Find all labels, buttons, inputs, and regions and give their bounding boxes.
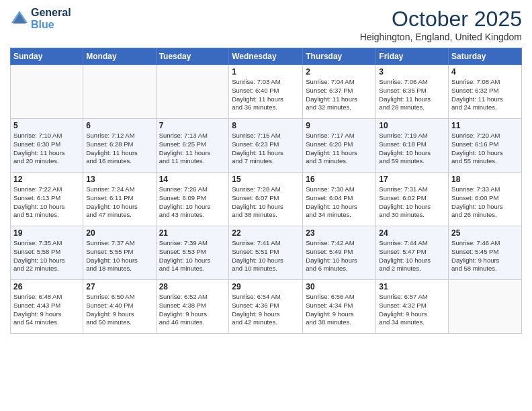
day-info: Sunrise: 7:24 AM Sunset: 6:11 PM Dayligh… [86, 185, 152, 220]
day-number: 29 [232, 282, 300, 291]
day-number: 7 [159, 121, 226, 130]
day-number: 22 [232, 228, 300, 238]
calendar-cell: 5Sunrise: 7:10 AM Sunset: 6:30 PM Daylig… [11, 119, 83, 173]
day-number: 1 [232, 67, 300, 77]
calendar-table: SundayMondayTuesdayWednesdayThursdayFrid… [10, 48, 522, 334]
logo-icon [10, 9, 29, 28]
day-info: Sunrise: 7:06 AM Sunset: 6:35 PM Dayligh… [379, 78, 445, 112]
calendar-cell: 31Sunrise: 6:57 AM Sunset: 4:32 PM Dayli… [376, 280, 449, 334]
calendar-cell: 11Sunrise: 7:20 AM Sunset: 6:16 PM Dayli… [449, 119, 522, 173]
calendar-cell [449, 280, 522, 334]
calendar-cell: 22Sunrise: 7:41 AM Sunset: 5:51 PM Dayli… [229, 226, 303, 280]
day-number: 19 [13, 228, 80, 238]
day-number: 17 [379, 175, 445, 184]
calendar-cell [156, 65, 229, 119]
day-info: Sunrise: 7:04 AM Sunset: 6:37 PM Dayligh… [306, 78, 373, 112]
calendar-cell: 29Sunrise: 6:54 AM Sunset: 4:36 PM Dayli… [229, 280, 303, 334]
day-info: Sunrise: 7:08 AM Sunset: 6:32 PM Dayligh… [451, 78, 519, 112]
day-number: 26 [13, 282, 80, 291]
day-info: Sunrise: 7:28 AM Sunset: 6:07 PM Dayligh… [232, 185, 300, 220]
day-number: 13 [86, 175, 152, 184]
day-info: Sunrise: 7:46 AM Sunset: 5:45 PM Dayligh… [451, 239, 519, 273]
col-header-wednesday: Wednesday [229, 48, 303, 65]
logo-line1: General [31, 7, 71, 19]
day-number: 21 [159, 228, 226, 238]
day-info: Sunrise: 7:30 AM Sunset: 6:04 PM Dayligh… [306, 185, 373, 220]
calendar-cell: 15Sunrise: 7:28 AM Sunset: 6:07 PM Dayli… [229, 173, 303, 226]
day-number: 25 [451, 228, 519, 238]
day-info: Sunrise: 7:26 AM Sunset: 6:09 PM Dayligh… [159, 185, 226, 220]
day-info: Sunrise: 7:13 AM Sunset: 6:25 PM Dayligh… [159, 132, 226, 166]
day-number: 31 [379, 282, 445, 291]
location: Heighington, England, United Kingdom [360, 32, 522, 42]
month-title: October 2025 [360, 7, 522, 32]
day-info: Sunrise: 7:03 AM Sunset: 6:40 PM Dayligh… [232, 78, 300, 112]
calendar-cell: 14Sunrise: 7:26 AM Sunset: 6:09 PM Dayli… [156, 173, 229, 226]
col-header-monday: Monday [83, 48, 156, 65]
day-number: 14 [159, 175, 226, 184]
day-number: 28 [159, 282, 226, 291]
day-info: Sunrise: 7:20 AM Sunset: 6:16 PM Dayligh… [451, 132, 519, 166]
calendar-cell: 9Sunrise: 7:17 AM Sunset: 6:20 PM Daylig… [303, 119, 376, 173]
calendar-cell: 26Sunrise: 6:48 AM Sunset: 4:43 PM Dayli… [11, 280, 83, 334]
day-info: Sunrise: 7:37 AM Sunset: 5:55 PM Dayligh… [86, 239, 152, 273]
calendar-cell: 16Sunrise: 7:30 AM Sunset: 6:04 PM Dayli… [303, 173, 376, 226]
day-info: Sunrise: 7:42 AM Sunset: 5:49 PM Dayligh… [306, 239, 373, 273]
calendar-cell: 24Sunrise: 7:44 AM Sunset: 5:47 PM Dayli… [376, 226, 449, 280]
day-info: Sunrise: 6:54 AM Sunset: 4:36 PM Dayligh… [232, 293, 300, 327]
day-info: Sunrise: 7:35 AM Sunset: 5:58 PM Dayligh… [13, 239, 80, 273]
title-area: October 2025 Heighington, England, Unite… [360, 7, 522, 42]
header: General Blue October 2025 Heighington, E… [10, 7, 522, 42]
day-number: 8 [232, 121, 300, 130]
day-number: 16 [306, 175, 373, 184]
col-header-thursday: Thursday [303, 48, 376, 65]
day-number: 4 [451, 67, 519, 77]
day-info: Sunrise: 6:50 AM Sunset: 4:40 PM Dayligh… [86, 293, 152, 327]
day-number: 5 [13, 121, 80, 130]
day-number: 3 [379, 67, 445, 77]
day-number: 18 [451, 175, 519, 184]
day-info: Sunrise: 6:57 AM Sunset: 4:32 PM Dayligh… [379, 293, 445, 327]
day-number: 2 [306, 67, 373, 77]
day-info: Sunrise: 7:12 AM Sunset: 6:28 PM Dayligh… [86, 132, 152, 166]
col-header-sunday: Sunday [11, 48, 83, 65]
calendar-cell: 10Sunrise: 7:19 AM Sunset: 6:18 PM Dayli… [376, 119, 449, 173]
day-info: Sunrise: 7:39 AM Sunset: 5:53 PM Dayligh… [159, 239, 226, 273]
calendar-cell: 30Sunrise: 6:56 AM Sunset: 4:34 PM Dayli… [303, 280, 376, 334]
calendar-cell: 12Sunrise: 7:22 AM Sunset: 6:13 PM Dayli… [11, 173, 83, 226]
calendar-cell [83, 65, 156, 119]
day-info: Sunrise: 6:48 AM Sunset: 4:43 PM Dayligh… [13, 293, 80, 327]
day-number: 24 [379, 228, 445, 238]
col-header-tuesday: Tuesday [156, 48, 229, 65]
calendar-cell: 27Sunrise: 6:50 AM Sunset: 4:40 PM Dayli… [83, 280, 156, 334]
day-info: Sunrise: 6:52 AM Sunset: 4:38 PM Dayligh… [159, 293, 226, 327]
col-header-saturday: Saturday [449, 48, 522, 65]
day-number: 9 [306, 121, 373, 130]
day-info: Sunrise: 7:10 AM Sunset: 6:30 PM Dayligh… [13, 132, 80, 166]
page: General Blue October 2025 Heighington, E… [0, 0, 532, 411]
calendar-cell: 20Sunrise: 7:37 AM Sunset: 5:55 PM Dayli… [83, 226, 156, 280]
calendar-cell: 4Sunrise: 7:08 AM Sunset: 6:32 PM Daylig… [449, 65, 522, 119]
day-number: 23 [306, 228, 373, 238]
day-info: Sunrise: 7:41 AM Sunset: 5:51 PM Dayligh… [232, 239, 300, 273]
day-info: Sunrise: 7:33 AM Sunset: 6:00 PM Dayligh… [451, 185, 519, 220]
day-info: Sunrise: 7:31 AM Sunset: 6:02 PM Dayligh… [379, 185, 445, 220]
calendar-cell: 23Sunrise: 7:42 AM Sunset: 5:49 PM Dayli… [303, 226, 376, 280]
calendar-cell: 18Sunrise: 7:33 AM Sunset: 6:00 PM Dayli… [449, 173, 522, 226]
calendar-cell: 3Sunrise: 7:06 AM Sunset: 6:35 PM Daylig… [376, 65, 449, 119]
day-number: 20 [86, 228, 152, 238]
calendar-cell: 8Sunrise: 7:15 AM Sunset: 6:23 PM Daylig… [229, 119, 303, 173]
col-header-friday: Friday [376, 48, 449, 65]
day-info: Sunrise: 6:56 AM Sunset: 4:34 PM Dayligh… [306, 293, 373, 327]
calendar-cell: 25Sunrise: 7:46 AM Sunset: 5:45 PM Dayli… [449, 226, 522, 280]
calendar-cell: 1Sunrise: 7:03 AM Sunset: 6:40 PM Daylig… [229, 65, 303, 119]
day-info: Sunrise: 7:15 AM Sunset: 6:23 PM Dayligh… [232, 132, 300, 166]
calendar-cell: 6Sunrise: 7:12 AM Sunset: 6:28 PM Daylig… [83, 119, 156, 173]
day-number: 11 [451, 121, 519, 130]
day-number: 27 [86, 282, 152, 291]
calendar-cell [11, 65, 83, 119]
day-info: Sunrise: 7:44 AM Sunset: 5:47 PM Dayligh… [379, 239, 445, 273]
day-number: 15 [232, 175, 300, 184]
day-info: Sunrise: 7:17 AM Sunset: 6:20 PM Dayligh… [306, 132, 373, 166]
logo: General Blue [10, 7, 71, 30]
